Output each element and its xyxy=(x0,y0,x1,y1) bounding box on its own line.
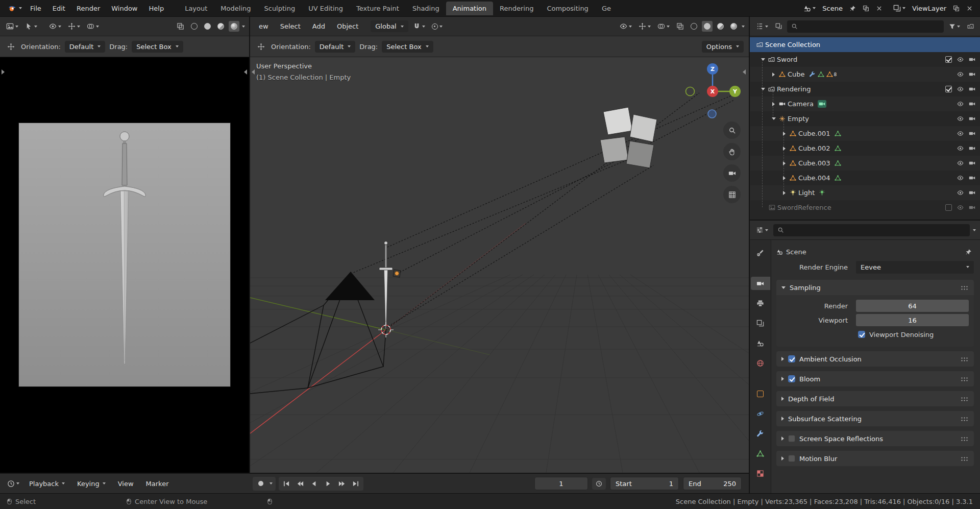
mesh-data-icon[interactable] xyxy=(835,160,841,166)
tab-shading[interactable]: Shading xyxy=(406,2,446,15)
new-collection-button[interactable] xyxy=(965,21,976,31)
exclude-checkbox[interactable] xyxy=(945,204,952,211)
tab-compositing[interactable]: Compositing xyxy=(540,2,595,15)
current-frame-field[interactable]: 1 xyxy=(534,477,588,490)
tab-tool[interactable] xyxy=(751,246,770,259)
vp-shading-wireframe-toggle[interactable] xyxy=(689,21,699,32)
render-engine-dropdown[interactable]: Eevee xyxy=(856,261,974,274)
visibility-button[interactable] xyxy=(47,21,63,32)
drag-dots-icon[interactable] xyxy=(961,377,969,381)
disclosure-toggle[interactable] xyxy=(770,102,777,106)
vp-shading-solid-toggle[interactable] xyxy=(702,21,713,32)
marker-menu[interactable]: Marker xyxy=(141,477,174,490)
eye-icon[interactable] xyxy=(957,86,964,92)
object-menu[interactable]: Object xyxy=(332,20,363,33)
mesh-data-icon[interactable] xyxy=(835,175,841,181)
eye-icon[interactable] xyxy=(957,160,964,166)
play-reverse-button[interactable] xyxy=(307,478,321,490)
shading-wireframe-toggle[interactable] xyxy=(189,21,200,32)
section-checkbox[interactable] xyxy=(788,355,795,362)
section-checkbox[interactable] xyxy=(788,435,795,442)
eye-icon[interactable] xyxy=(957,101,964,107)
outliner-row-cube-002[interactable]: Cube.002 xyxy=(750,141,980,156)
section-ambient-occlusion[interactable]: Ambient Occlusion xyxy=(776,351,974,367)
pin-id-button[interactable] xyxy=(963,247,974,257)
tab-layout[interactable]: Layout xyxy=(178,2,214,15)
shading-rendered-toggle[interactable] xyxy=(229,21,239,32)
outliner-row-camera[interactable]: Camera xyxy=(750,96,980,111)
chevron-down-icon[interactable] xyxy=(973,229,976,231)
region-collapse-icon[interactable] xyxy=(244,69,247,75)
camera-toggle-icon[interactable] xyxy=(969,56,975,63)
active-tool-button[interactable] xyxy=(255,41,267,52)
camera-toggle-icon[interactable] xyxy=(969,175,975,181)
menu-edit[interactable]: Edit xyxy=(47,2,70,15)
properties-search-input[interactable] xyxy=(787,226,966,234)
select-menu[interactable]: Select xyxy=(276,20,305,33)
outliner-display-mode-button[interactable] xyxy=(773,21,784,31)
viewport-xray-toggle[interactable] xyxy=(674,21,686,32)
cube-cluster-objects[interactable] xyxy=(600,107,657,168)
menu-file[interactable]: File xyxy=(25,2,46,15)
frame-start-field[interactable]: Start1 xyxy=(610,477,679,490)
eye-icon[interactable] xyxy=(957,56,964,63)
toolbar-expand-icon[interactable] xyxy=(252,69,255,75)
tab-view-layer[interactable] xyxy=(751,317,770,330)
sword-object[interactable] xyxy=(379,241,393,329)
vp-shading-rendered-toggle[interactable] xyxy=(728,21,739,32)
tab-object-data[interactable] xyxy=(751,447,770,460)
sampling-panel-header[interactable]: Sampling xyxy=(776,280,974,295)
camera-toggle-icon[interactable] xyxy=(969,189,975,196)
outliner-row-swordreference[interactable]: SwordReference xyxy=(750,200,980,215)
disclosure-toggle[interactable] xyxy=(780,191,788,195)
drag-dots-icon[interactable] xyxy=(961,285,969,290)
zoom-button[interactable] xyxy=(723,122,741,139)
camera-toggle-icon[interactable] xyxy=(969,115,975,122)
viewlayer-browse-button[interactable] xyxy=(891,3,908,14)
menu-help[interactable]: Help xyxy=(144,2,169,15)
scene-browse-button[interactable] xyxy=(801,3,818,14)
exclude-checkbox[interactable] xyxy=(945,56,952,63)
transform-orientation-dropdown[interactable]: Global xyxy=(371,20,408,32)
viewport-denoising-checkbox[interactable] xyxy=(858,331,865,338)
outliner-row-rendering[interactable]: Rendering xyxy=(750,82,980,96)
outliner-row-empty[interactable]: Empty xyxy=(750,111,980,126)
render-preview[interactable] xyxy=(19,123,230,386)
eye-icon[interactable] xyxy=(957,175,964,181)
tab-uv-editing[interactable]: UV Editing xyxy=(302,2,350,15)
drag-dropdown[interactable]: Select Box xyxy=(382,41,433,53)
timeline-editor-type-button[interactable] xyxy=(5,478,21,489)
drag-dots-icon[interactable] xyxy=(961,357,969,361)
drag-dots-icon[interactable] xyxy=(961,456,969,461)
unlink-scene-button[interactable] xyxy=(874,4,885,13)
tab-texture[interactable] xyxy=(751,467,770,480)
viewport-canvas[interactable]: User Perspective (1) Scene Collection | … xyxy=(250,57,749,473)
region-expand-icon[interactable] xyxy=(2,69,5,75)
disclosure-toggle[interactable] xyxy=(770,117,777,120)
tab-output[interactable] xyxy=(751,297,770,310)
camera-toggle-icon[interactable] xyxy=(969,145,975,152)
outliner-row-cube-003[interactable]: Cube.003 xyxy=(750,156,980,171)
eye-icon[interactable] xyxy=(957,145,964,152)
keying-menu[interactable]: Keying xyxy=(72,477,110,490)
section-bloom[interactable]: Bloom xyxy=(776,371,974,386)
outliner-editor-type-button[interactable] xyxy=(754,21,770,32)
section-motion-blur[interactable]: Motion Blur xyxy=(776,451,974,466)
camera-view-button[interactable] xyxy=(723,164,741,182)
properties-editor-type-button[interactable] xyxy=(754,225,770,235)
section-depth-of-field[interactable]: Depth of Field xyxy=(776,391,974,406)
modifier-icon[interactable] xyxy=(809,71,816,78)
eye-icon[interactable] xyxy=(957,115,964,122)
drag-dots-icon[interactable] xyxy=(961,417,969,421)
tab-texture-paint[interactable]: Texture Paint xyxy=(350,2,406,15)
mode-button[interactable] xyxy=(23,21,39,32)
chevron-down-icon[interactable] xyxy=(270,482,273,484)
xray-toggle[interactable] xyxy=(175,21,186,32)
tab-physics[interactable] xyxy=(751,407,770,420)
prev-keyframe-button[interactable] xyxy=(293,478,307,490)
options-dropdown[interactable]: Options xyxy=(702,41,744,53)
eye-icon[interactable] xyxy=(957,71,964,78)
disclosure-toggle[interactable] xyxy=(770,72,777,77)
camera-data-icon[interactable] xyxy=(818,100,826,108)
camera-toggle-icon[interactable] xyxy=(969,101,975,107)
